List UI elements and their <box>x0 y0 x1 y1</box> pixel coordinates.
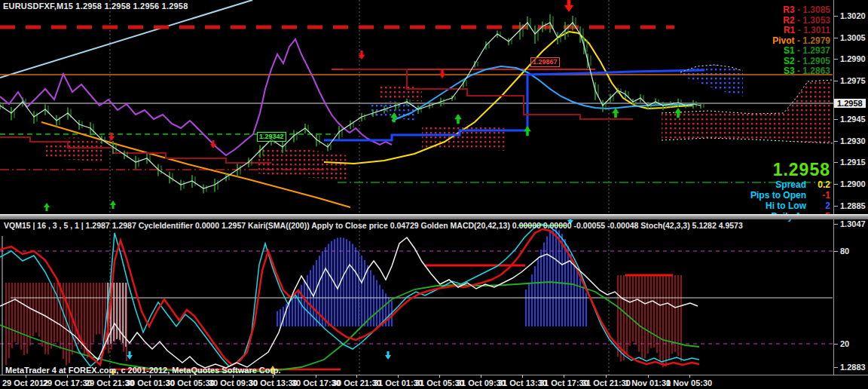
chart-price-label: 1.29867 <box>530 57 560 67</box>
price-tick: 1.2900 <box>840 179 866 188</box>
current-price-marker: 1.2958 <box>834 99 866 108</box>
info-row-hi-to-low: Hi to Low2 <box>750 201 830 211</box>
mt4-chart-window: EURUSDFXF,M15 1.2958 1.2958 1.2956 1.295… <box>0 0 868 389</box>
info-row-spread: Spread0.2 <box>750 179 830 190</box>
price-scale[interactable]: 1.30201.30051.29901.29751.29451.29301.29… <box>833 0 868 375</box>
time-label: 30 Oct 13:30 <box>249 378 298 387</box>
time-label: 31 Oct 21:30 <box>582 378 631 387</box>
indicator-tick: 20 <box>840 339 849 348</box>
price-tick: 1.2990 <box>840 54 866 63</box>
pivot-row-r1: R1 - 1.3011 <box>772 26 830 36</box>
market-info-panel: 1.2958 Spread0.2Pips to Open-1Hi to Low2… <box>750 161 830 222</box>
price-tick: 1.3005 <box>840 33 866 42</box>
indicator-tick: 80 <box>840 247 849 256</box>
price-tick: 1.2885 <box>840 201 866 210</box>
chart-price-label: 1.29342 <box>257 132 286 142</box>
copyright-text: MetaTrader 4 at FOREX.com, c 2001-2012, … <box>5 366 281 375</box>
pivot-row-r3: R3 - 1.3085 <box>772 5 830 16</box>
symbol-ohlc-line: EURUSDFXF,M15 1.2958 1.2958 1.2956 1.295… <box>3 2 188 11</box>
pivot-row-s3: S3 - 1.2863 <box>772 66 830 77</box>
pivot-row-pivot: Pivot - 1.2979 <box>772 36 830 47</box>
price-tick: 1.2930 <box>840 136 866 145</box>
indicator-tick: 1.3047 <box>840 219 866 228</box>
indicator-tick: 1.2883 <box>840 363 866 372</box>
current-price-big: 1.2958 <box>750 161 830 179</box>
info-row-pips-to-open: Pips to Open-1 <box>750 190 830 201</box>
main-chart-canvas[interactable] <box>0 0 833 214</box>
pivot-row-r2: R2 - 1.3053 <box>772 16 830 26</box>
time-scale[interactable]: 29 Oct 201229 Oct 17:3029 Oct 21:3030 Oc… <box>0 375 868 389</box>
indicator-panel-canvas[interactable] <box>0 219 833 375</box>
time-label: 30 Oct 05:30 <box>166 378 215 387</box>
panel-splitter[interactable] <box>0 214 868 219</box>
time-label: 29 Oct 2012 <box>2 378 48 387</box>
time-label: 1 Nov 01:30 <box>625 378 671 387</box>
indicator-header: VQM15 | 16 , 3 , 5 , 1 | 1.2987 1.2987 C… <box>4 221 743 230</box>
pivot-levels-panel: R3 - 1.3085R2 - 1.3053R1 - 1.3011Pivot -… <box>772 5 830 77</box>
time-label: 1 Nov 05:30 <box>666 378 712 387</box>
pivot-row-s2: S2 - 1.2905 <box>772 57 830 67</box>
pivot-row-s1: S1 - 1.2937 <box>772 46 830 57</box>
price-tick: 1.3020 <box>840 11 866 20</box>
price-tick: 1.2975 <box>840 76 866 85</box>
price-tick: 1.2945 <box>840 115 866 124</box>
price-tick: 1.2915 <box>840 158 866 167</box>
